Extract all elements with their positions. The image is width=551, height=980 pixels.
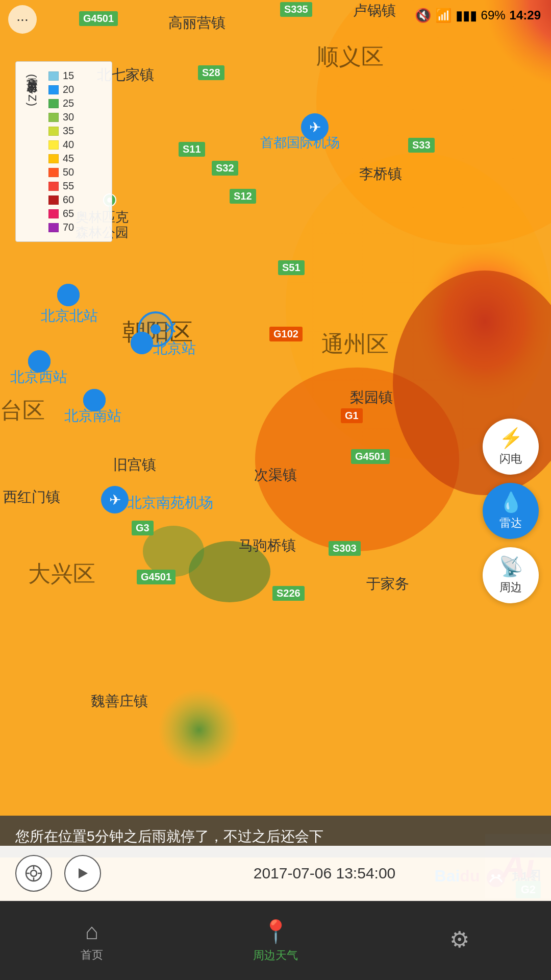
bottom-nav: ⌂ 首页 📍 周边天气 ⚙	[0, 901, 551, 980]
town-majuqiao: 马驹桥镇	[239, 536, 296, 555]
road-tag-s12: S12	[230, 189, 256, 204]
status-time: 14:29	[510, 8, 541, 22]
location-btn[interactable]	[15, 855, 52, 892]
nav-nearby[interactable]: 📍 周边天气	[184, 918, 367, 963]
nearby-button[interactable]: 📡 周边	[483, 547, 539, 603]
district-tai: 台区	[0, 396, 45, 426]
town-xihongmen: 西红门镇	[3, 487, 60, 507]
road-tag-g4501-mid: G4501	[351, 449, 390, 464]
wifi-icon: 📶	[435, 8, 452, 23]
town-ciqu: 次渠镇	[254, 465, 297, 485]
district-shunyi: 顺义区	[316, 42, 384, 72]
radar-label: 雷达	[499, 516, 522, 531]
timeline-bar: 2017-07-06 13:54:00	[0, 846, 551, 901]
beijing-north-station-label: 北京北站	[41, 306, 98, 326]
svg-point-21	[31, 870, 37, 876]
district-tongzhou: 通州区	[321, 329, 389, 359]
radar-button[interactable]: 💧 雷达	[483, 483, 539, 539]
settings-icon: ⚙	[449, 926, 469, 952]
beijing-west-station-icon	[28, 350, 51, 373]
town-liyuan: 梨园镇	[350, 388, 393, 407]
road-tag-g3: G3	[132, 521, 154, 535]
legend-scale: 15 20 25 30 35 40 45 50 55 60 65 70	[48, 69, 104, 234]
district-daxing: 大兴区	[28, 559, 95, 589]
mute-icon: 🔇	[415, 8, 431, 23]
lightning-label: 闪电	[499, 451, 522, 467]
road-tag-s32: S32	[212, 161, 238, 176]
nav-home-label: 首页	[81, 947, 103, 963]
town-yujia: 于家务	[366, 574, 409, 594]
notification-text: 您所在位置5分钟之后雨就停了，不过之后还会下	[15, 828, 323, 844]
road-tag-g4501-bottom: G4501	[137, 570, 176, 584]
svg-point-4	[117, 587, 321, 791]
road-tag-s226: S226	[272, 586, 305, 601]
capital-airport-icon: ✈	[301, 113, 329, 141]
road-tag-s303: S303	[329, 541, 361, 556]
battery-pct: 69%	[481, 8, 506, 22]
signal-icon: ▮▮▮	[456, 8, 477, 23]
lightning-icon: ⚡	[499, 427, 523, 449]
timeline-time: 2017-07-06 13:54:00	[113, 865, 536, 882]
location-icon: 📍	[262, 918, 290, 945]
legend-title: 雷达反射率(dBZ)	[24, 69, 40, 107]
road-tag-g102: G102	[269, 327, 303, 341]
town-weishanzhuang: 魏善庄镇	[91, 692, 148, 711]
status-bar: 🔇 📶 ▮▮▮ 69% 14:29	[0, 0, 551, 31]
nav-nearby-label: 周边天气	[253, 948, 298, 963]
beijing-south-station-icon	[83, 389, 106, 411]
road-tag-s51: S51	[278, 260, 305, 275]
radar-icon: 💧	[499, 491, 523, 513]
right-panel: ⚡ 闪电 💧 雷达 📡 周边	[483, 419, 539, 603]
play-btn[interactable]	[64, 855, 101, 892]
home-icon: ⌂	[85, 919, 99, 944]
nanyuan-airport-label: 北京南苑机场	[128, 493, 213, 512]
legend: 雷达反射率(dBZ) 15 20 25 30 35 40 45 50 55 60…	[15, 61, 112, 242]
nearby-icon: 📡	[499, 555, 523, 578]
nav-home[interactable]: ⌂ 首页	[0, 919, 184, 963]
capital-airport-label: 首都国际机场	[260, 134, 340, 152]
beijing-north-station-icon	[57, 284, 80, 306]
road-tag-s28: S28	[198, 65, 224, 80]
town-liqiao: 李桥镇	[359, 164, 402, 184]
road-tag-g1: G1	[341, 408, 363, 423]
svg-point-19	[90, 396, 98, 404]
road-tag-s33: S33	[408, 138, 435, 153]
svg-point-17	[35, 357, 43, 365]
svg-marker-26	[79, 868, 88, 878]
nav-settings[interactable]: ⚙	[367, 926, 551, 955]
road-tag-s11: S11	[179, 142, 205, 157]
town-jiugong: 旧宫镇	[113, 455, 156, 475]
nearby-label: 周边	[499, 580, 522, 595]
selection-x: ✕	[163, 317, 178, 338]
svg-point-13	[64, 291, 72, 299]
nanyuan-airport-icon: ✈	[101, 486, 129, 513]
lightning-button[interactable]: ⚡ 闪电	[483, 419, 539, 475]
